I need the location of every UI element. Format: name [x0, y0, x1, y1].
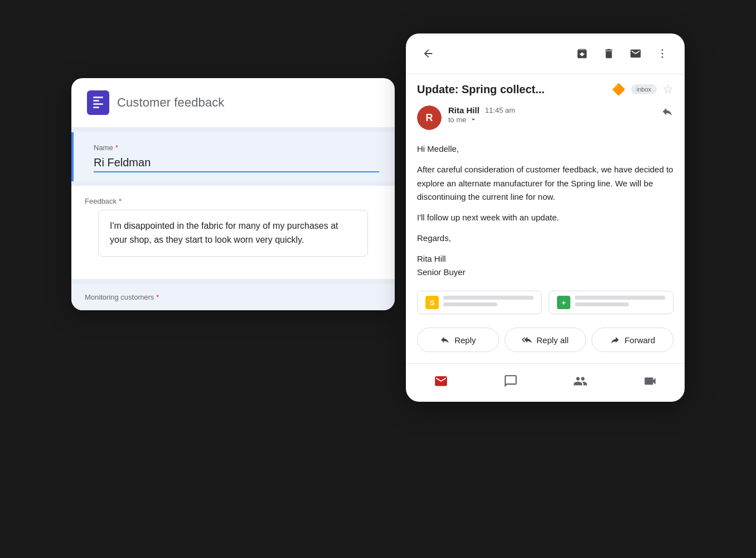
forms-icon: [87, 90, 109, 115]
signature: Rita Hill Senior Buyer: [417, 252, 673, 280]
required-star-name: *: [115, 143, 118, 152]
forms-divider-bottom: [71, 279, 395, 283]
sender-to[interactable]: to me: [448, 115, 655, 124]
forms-divider-mid: [71, 181, 395, 186]
attachment-1[interactable]: S: [417, 291, 542, 314]
forms-title: Customer feedback: [117, 95, 224, 110]
quick-reply-button[interactable]: [661, 105, 673, 118]
forms-name-input[interactable]: Ri Feldman: [94, 156, 379, 172]
attachment-2[interactable]: +: [549, 291, 673, 314]
reply-button[interactable]: Reply: [417, 328, 499, 352]
forms-card: Customer feedback Name * Ri Feldman Feed…: [71, 78, 395, 310]
field-accent: [71, 132, 74, 181]
sender-name-row: Rita Hill 11:45 am: [448, 105, 655, 115]
avatar-initials: R: [417, 105, 442, 130]
svg-point-2: [662, 56, 663, 58]
meet-nav-icon: [573, 374, 588, 388]
required-star-next: *: [156, 293, 159, 301]
forms-name-label: Name *: [94, 143, 379, 152]
gmail-body: Hi Medelle, After careful consideration …: [406, 138, 685, 286]
delete-button[interactable]: [598, 42, 620, 65]
closing: Regards,: [417, 232, 673, 246]
gmail-actions: Reply Reply all Forward: [406, 323, 685, 363]
body-paragraph2: I'll follow up next week with an update.: [417, 211, 673, 225]
svg-point-1: [662, 53, 663, 55]
attachment-1-icon: S: [425, 296, 439, 309]
gmail-bottom-nav: [406, 363, 685, 402]
body-paragraph1: After careful consideration of customer …: [417, 163, 673, 204]
inbox-badge[interactable]: inbox: [631, 84, 657, 94]
gmail-toolbar: [406, 33, 685, 74]
svg-point-0: [662, 49, 663, 51]
forms-feedback-wrapper: Feedback * I'm disappointed in the fabri…: [71, 186, 395, 270]
forms-feedback-input[interactable]: I'm disappointed in the fabric for many …: [98, 210, 368, 257]
forms-next-field: Monitoring customers *: [71, 283, 395, 310]
forms-next-label: Monitoring customers *: [85, 293, 381, 301]
nav-chat[interactable]: [492, 371, 529, 392]
back-button[interactable]: [417, 42, 439, 65]
video-nav-icon: [643, 374, 657, 388]
forward-button[interactable]: Forward: [592, 328, 673, 352]
nav-meet[interactable]: [562, 371, 599, 392]
gmail-subject-row: Update: Spring collect... 🔶 inbox ☆: [406, 74, 685, 100]
greeting: Hi Medelle,: [417, 142, 673, 156]
gmail-sender-row: R Rita Hill 11:45 am to me: [406, 100, 685, 138]
nav-mail[interactable]: [423, 371, 459, 392]
forms-feedback-text: I'm disappointed in the fabric for many …: [110, 219, 356, 247]
star-button[interactable]: ☆: [662, 82, 673, 97]
forms-feedback-label: Feedback *: [85, 197, 381, 205]
gmail-subject: Update: Spring collect...: [417, 83, 606, 96]
attachment-2-info: [575, 296, 665, 309]
more-button[interactable]: [651, 42, 673, 65]
toolbar-right: [571, 42, 673, 65]
mark-unread-button[interactable]: [624, 42, 647, 65]
sender-info: Rita Hill 11:45 am to me: [448, 105, 655, 124]
required-star-feedback: *: [119, 197, 122, 205]
sender-time: 11:45 am: [485, 106, 515, 114]
chat-nav-icon: [503, 374, 518, 388]
attachment-1-info: [443, 296, 534, 309]
forms-divider-top: [71, 128, 395, 132]
sender-name: Rita Hill: [448, 105, 479, 115]
gmail-card: Update: Spring collect... 🔶 inbox ☆ R Ri…: [406, 33, 685, 402]
attachment-2-icon: +: [557, 296, 570, 309]
forms-name-field-wrapper: Name * Ri Feldman: [71, 132, 395, 181]
gmail-attachments: S +: [406, 286, 685, 323]
mail-nav-icon: [434, 374, 448, 388]
nav-video[interactable]: [632, 371, 668, 392]
toolbar-left: [417, 42, 439, 65]
archive-button[interactable]: [571, 42, 593, 65]
sender-avatar: R: [417, 105, 442, 130]
subject-emoji: 🔶: [612, 83, 626, 96]
reply-all-button[interactable]: Reply all: [505, 328, 587, 352]
forms-header: Customer feedback: [71, 78, 395, 128]
